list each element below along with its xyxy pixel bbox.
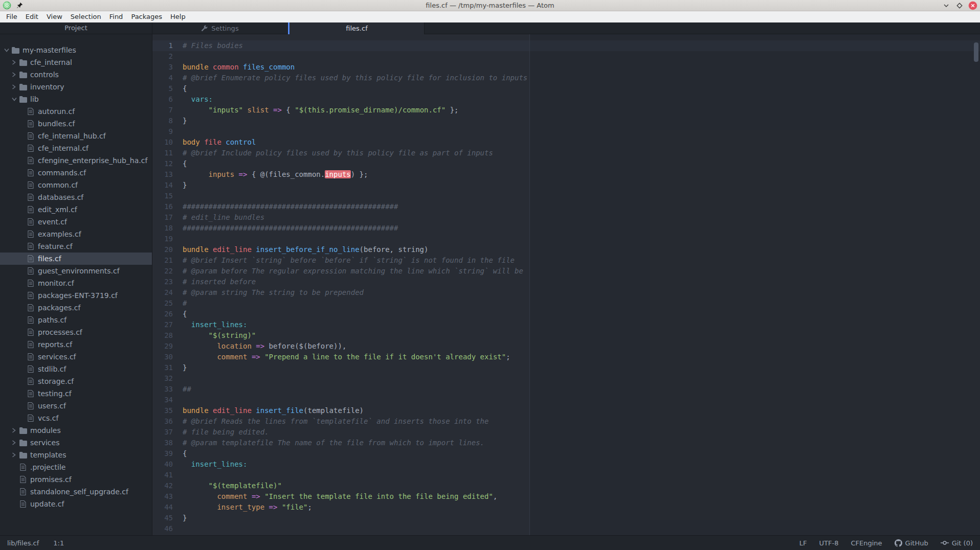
menu-item-selection[interactable]: Selection [66, 11, 105, 22]
code-line-row[interactable]: 29 location => before($(before)), [152, 341, 980, 352]
code-line-row[interactable]: 16######################################… [152, 201, 980, 212]
code-line-row[interactable]: 13 inputs => { @(files_common.inputs) }; [152, 169, 980, 180]
line-number[interactable]: 2 [152, 51, 173, 62]
editor[interactable]: 1# Files bodies23bundle common files_com… [152, 34, 980, 535]
status-line-ending[interactable]: LF [799, 539, 807, 547]
line-number[interactable]: 46 [152, 523, 173, 534]
tree-item[interactable]: testing.cf [0, 387, 152, 400]
status-cursor-position[interactable]: 1:1 [53, 539, 64, 547]
tree-item[interactable]: paths.cf [0, 314, 152, 326]
line-number[interactable]: 20 [152, 244, 173, 255]
code-line-row[interactable]: 27 insert_lines: [152, 319, 980, 330]
menu-item-file[interactable]: File [2, 11, 21, 22]
tree-item[interactable]: event.cf [0, 216, 152, 228]
menu-item-find[interactable]: Find [105, 11, 127, 22]
line-number[interactable]: 42 [152, 480, 173, 491]
code-line-row[interactable]: 9 [152, 126, 980, 137]
line-number[interactable]: 38 [152, 438, 173, 448]
chevron-right-icon[interactable] [12, 84, 19, 89]
tree-item[interactable]: cfengine_enterprise_hub_ha.cf [0, 154, 152, 167]
chevron-down-icon[interactable] [12, 97, 19, 101]
tree-item[interactable]: standalone_self_upgrade.cf [0, 486, 152, 498]
line-number[interactable]: 23 [152, 277, 173, 287]
code-line-row[interactable]: 31} [152, 362, 980, 373]
git-button[interactable]: Git (0) [941, 539, 973, 547]
chevron-down-icon[interactable] [4, 48, 11, 52]
line-number[interactable]: 22 [152, 266, 173, 277]
code-line-row[interactable]: 2 [152, 51, 980, 62]
line-number[interactable]: 39 [152, 448, 173, 459]
line-number[interactable]: 5 [152, 83, 173, 94]
line-number[interactable]: 16 [152, 201, 173, 212]
line-number[interactable]: 3 [152, 62, 173, 73]
menu-item-edit[interactable]: Edit [21, 11, 42, 22]
line-number[interactable]: 30 [152, 352, 173, 362]
line-number[interactable]: 15 [152, 191, 173, 201]
tree-item[interactable]: databases.cf [0, 191, 152, 203]
line-number[interactable]: 9 [152, 126, 173, 137]
tree-item[interactable]: storage.cf [0, 375, 152, 387]
code-line-row[interactable]: 1# Files bodies [152, 40, 980, 51]
code-line-row[interactable]: 6 vars: [152, 94, 980, 105]
code-line-row[interactable]: 15 [152, 191, 980, 201]
status-encoding[interactable]: UTF-8 [819, 539, 839, 547]
code-line-row[interactable]: 19 [152, 234, 980, 244]
code-line-row[interactable]: 38# @param templatefile The name of the … [152, 438, 980, 448]
code-line-row[interactable]: 26{ [152, 309, 980, 319]
tree-item[interactable]: common.cf [0, 179, 152, 191]
code-line-row[interactable]: 14} [152, 180, 980, 191]
status-grammar[interactable]: CFEngine [851, 539, 882, 547]
chevron-right-icon[interactable] [12, 60, 19, 65]
line-number[interactable]: 13 [152, 169, 173, 180]
code-line-row[interactable]: 42 "$(templatefile)" [152, 480, 980, 491]
line-number[interactable]: 4 [152, 73, 173, 83]
code-line-row[interactable]: 8} [152, 116, 980, 126]
line-number[interactable]: 10 [152, 137, 173, 148]
tree-item[interactable]: cfe_internal [0, 56, 152, 68]
tree-item[interactable]: bundles.cf [0, 118, 152, 130]
line-number[interactable]: 1 [152, 40, 173, 51]
tree-item[interactable]: commands.cf [0, 167, 152, 179]
code-line-row[interactable]: 24# @param string The string to be prepe… [152, 287, 980, 298]
pin-icon[interactable] [16, 2, 23, 9]
code-line-row[interactable]: 34 [152, 395, 980, 405]
project-panel-header[interactable]: Project [0, 22, 152, 34]
line-number[interactable]: 40 [152, 459, 173, 470]
code-line-row[interactable]: 33## [152, 384, 980, 395]
status-file-path[interactable]: lib/files.cf [7, 539, 39, 547]
tree-item[interactable]: cfe_internal.cf [0, 142, 152, 154]
tree-item[interactable]: controls [0, 68, 152, 81]
tree-item[interactable]: packages.cf [0, 302, 152, 314]
code-line-row[interactable]: 4# @brief Enumerate policy files used by… [152, 73, 980, 83]
code-line-row[interactable]: 11# @brief Include policy files used by … [152, 148, 980, 158]
maximize-button[interactable] [955, 1, 964, 10]
line-number[interactable]: 24 [152, 287, 173, 298]
tree-item[interactable]: users.cf [0, 400, 152, 412]
line-number[interactable]: 44 [152, 502, 173, 513]
code-line-row[interactable]: 5{ [152, 83, 980, 94]
github-button[interactable]: GitHub [895, 539, 928, 547]
tree-item[interactable]: services [0, 437, 152, 449]
code-line-row[interactable]: 20bundle edit_line insert_before_if_no_l… [152, 244, 980, 255]
line-number[interactable]: 43 [152, 491, 173, 502]
code-line-row[interactable]: 3bundle common files_common [152, 62, 980, 73]
code-line-row[interactable]: 7 "inputs" slist => { "$(this.promise_di… [152, 105, 980, 116]
line-number[interactable]: 36 [152, 416, 173, 427]
line-number[interactable]: 37 [152, 427, 173, 438]
code-line-row[interactable]: 30 comment => "Prepend a line to the fil… [152, 352, 980, 362]
code-line-row[interactable]: 36# @brief Reads the lines from `templat… [152, 416, 980, 427]
line-number[interactable]: 8 [152, 116, 173, 126]
line-number[interactable]: 33 [152, 384, 173, 395]
code-line-row[interactable]: 37# file being edited. [152, 427, 980, 438]
tree-item[interactable]: .projectile [0, 461, 152, 473]
code-line-row[interactable]: 39{ [152, 448, 980, 459]
tree-item[interactable]: monitor.cf [0, 277, 152, 289]
line-number[interactable]: 28 [152, 330, 173, 341]
tab-settings[interactable]: Settings [152, 22, 288, 34]
code-line-row[interactable]: 17# edit_line bundles [152, 212, 980, 223]
line-number[interactable]: 18 [152, 223, 173, 234]
tree-item[interactable]: services.cf [0, 351, 152, 363]
close-button[interactable] [968, 1, 977, 10]
line-number[interactable]: 11 [152, 148, 173, 158]
line-number[interactable]: 35 [152, 405, 173, 416]
